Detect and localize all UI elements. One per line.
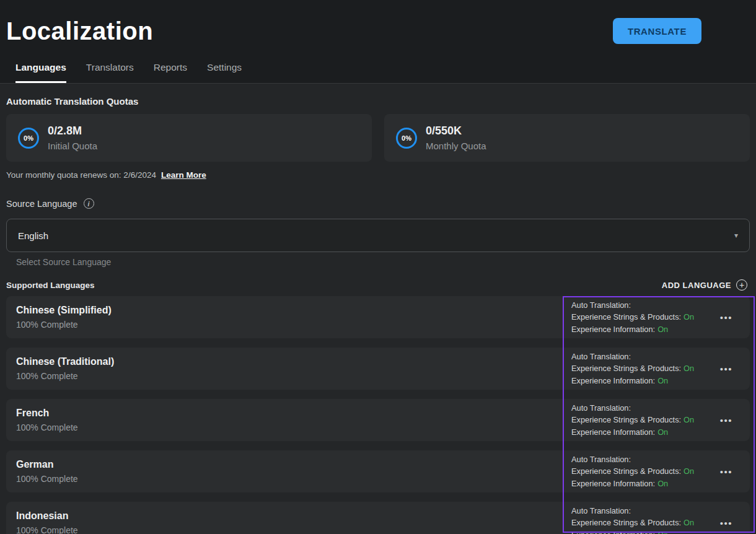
quota-label: Initial Quota bbox=[48, 141, 97, 151]
info-status: On bbox=[657, 427, 668, 437]
auto-translation-label: Auto Translation: bbox=[571, 351, 713, 363]
auto-translation-info: Auto Translation: Experience Strings & P… bbox=[571, 505, 713, 534]
strings-status: On bbox=[683, 518, 694, 527]
auto-translation-label: Auto Translation: bbox=[571, 402, 713, 414]
tab-bar: Languages Translators Reports Settings bbox=[0, 62, 756, 84]
info-status: On bbox=[657, 376, 668, 385]
auto-translation-info: Auto Translation: Experience Strings & P… bbox=[571, 402, 713, 439]
info-label: Experience Information: bbox=[571, 376, 655, 385]
strings-status: On bbox=[683, 312, 694, 322]
select-helper-text: Select Source Language bbox=[16, 257, 750, 267]
overflow-menu-icon[interactable]: ••• bbox=[713, 466, 740, 477]
info-icon[interactable]: i bbox=[84, 198, 94, 209]
language-name: Indonesian bbox=[16, 510, 78, 522]
quota-value: 0/2.8M bbox=[48, 125, 97, 138]
language-row-chinese-simplified[interactable]: Chinese (Simplified) 100% Complete Auto … bbox=[6, 296, 750, 338]
auto-translation-label: Auto Translation: bbox=[571, 505, 713, 517]
info-status: On bbox=[657, 325, 668, 334]
language-status: 100% Complete bbox=[16, 320, 112, 330]
chevron-down-icon[interactable]: ▾ bbox=[734, 231, 738, 240]
strings-label: Experience Strings & Products: bbox=[571, 364, 681, 373]
language-row-chinese-traditional[interactable]: Chinese (Traditional) 100% Complete Auto… bbox=[6, 348, 750, 390]
language-row-indonesian[interactable]: Indonesian 100% Complete Auto Translatio… bbox=[6, 502, 750, 534]
language-row-french[interactable]: French 100% Complete Auto Translation: E… bbox=[6, 399, 750, 441]
strings-status: On bbox=[683, 415, 694, 424]
selected-language: English bbox=[18, 230, 48, 241]
auto-translation-info: Auto Translation: Experience Strings & P… bbox=[571, 453, 713, 490]
info-status: On bbox=[657, 530, 668, 534]
overflow-menu-icon[interactable]: ••• bbox=[713, 415, 740, 426]
add-language-label: ADD LANGUAGE bbox=[662, 281, 731, 290]
progress-ring-icon: 0% bbox=[396, 128, 417, 149]
info-label: Experience Information: bbox=[571, 530, 655, 534]
quota-cards: 0% 0/2.8M Initial Quota 0% 0/550K Monthl… bbox=[6, 114, 750, 162]
auto-translation-label: Auto Translation: bbox=[571, 453, 713, 466]
language-status: 100% Complete bbox=[16, 371, 114, 381]
renewal-text: Your monthly quota renews on: 2/6/2024 bbox=[6, 170, 156, 180]
language-name: French bbox=[16, 408, 78, 419]
add-language-button[interactable]: ADD LANGUAGE + bbox=[662, 279, 747, 291]
quota-percent: 0% bbox=[402, 134, 411, 142]
overflow-menu-icon[interactable]: ••• bbox=[713, 312, 740, 323]
info-status: On bbox=[657, 479, 668, 488]
tab-reports[interactable]: Reports bbox=[154, 62, 187, 83]
quota-percent: 0% bbox=[24, 134, 33, 142]
plus-circle-icon[interactable]: + bbox=[736, 279, 747, 291]
source-language-section: Source Language i bbox=[6, 198, 750, 209]
language-name: German bbox=[16, 459, 78, 470]
auto-translation-info: Auto Translation: Experience Strings & P… bbox=[571, 351, 713, 387]
translate-button[interactable]: TRANSLATE bbox=[613, 18, 701, 44]
strings-label: Experience Strings & Products: bbox=[571, 518, 681, 527]
learn-more-link[interactable]: Learn More bbox=[161, 170, 206, 180]
page-header: Localization TRANSLATE Languages Transla… bbox=[0, 0, 756, 84]
source-language-select[interactable]: English ▾ bbox=[6, 219, 750, 252]
language-name: Chinese (Traditional) bbox=[16, 356, 114, 367]
progress-ring-icon: 0% bbox=[18, 128, 39, 149]
info-label: Experience Information: bbox=[571, 479, 655, 488]
quota-card-monthly: 0% 0/550K Monthly Quota bbox=[384, 114, 750, 162]
quota-value: 0/550K bbox=[426, 125, 486, 138]
quota-label: Monthly Quota bbox=[426, 141, 486, 151]
language-status: 100% Complete bbox=[16, 525, 78, 534]
tab-translators[interactable]: Translators bbox=[86, 62, 134, 83]
main-content: Automatic Translation Quotas 0% 0/2.8M I… bbox=[0, 96, 756, 534]
info-label: Experience Information: bbox=[571, 325, 655, 334]
quota-card-initial: 0% 0/2.8M Initial Quota bbox=[6, 114, 372, 162]
auto-translation-info: Auto Translation: Experience Strings & P… bbox=[571, 299, 713, 336]
supported-languages-label: Supported Languages bbox=[6, 281, 95, 290]
quota-renewal-text: Your monthly quota renews on: 2/6/2024Le… bbox=[6, 170, 750, 180]
quota-section-title: Automatic Translation Quotas bbox=[6, 96, 750, 107]
page-title: Localization bbox=[6, 17, 153, 45]
strings-label: Experience Strings & Products: bbox=[571, 466, 681, 476]
strings-label: Experience Strings & Products: bbox=[571, 415, 681, 424]
strings-status: On bbox=[683, 364, 694, 373]
strings-status: On bbox=[683, 466, 694, 476]
info-label: Experience Information: bbox=[571, 427, 655, 437]
language-status: 100% Complete bbox=[16, 422, 78, 432]
language-list: Chinese (Simplified) 100% Complete Auto … bbox=[6, 296, 750, 534]
language-status: 100% Complete bbox=[16, 474, 78, 484]
tab-settings[interactable]: Settings bbox=[207, 62, 242, 83]
auto-translation-label: Auto Translation: bbox=[571, 299, 713, 312]
source-language-label: Source Language bbox=[6, 199, 77, 209]
language-row-german[interactable]: German 100% Complete Auto Translation: E… bbox=[6, 450, 750, 492]
overflow-menu-icon[interactable]: ••• bbox=[713, 364, 740, 374]
supported-languages-header: Supported Languages ADD LANGUAGE + bbox=[6, 279, 750, 291]
language-name: Chinese (Simplified) bbox=[16, 305, 112, 316]
tab-languages[interactable]: Languages bbox=[15, 62, 66, 83]
strings-label: Experience Strings & Products: bbox=[571, 312, 681, 322]
overflow-menu-icon[interactable]: ••• bbox=[713, 518, 740, 528]
